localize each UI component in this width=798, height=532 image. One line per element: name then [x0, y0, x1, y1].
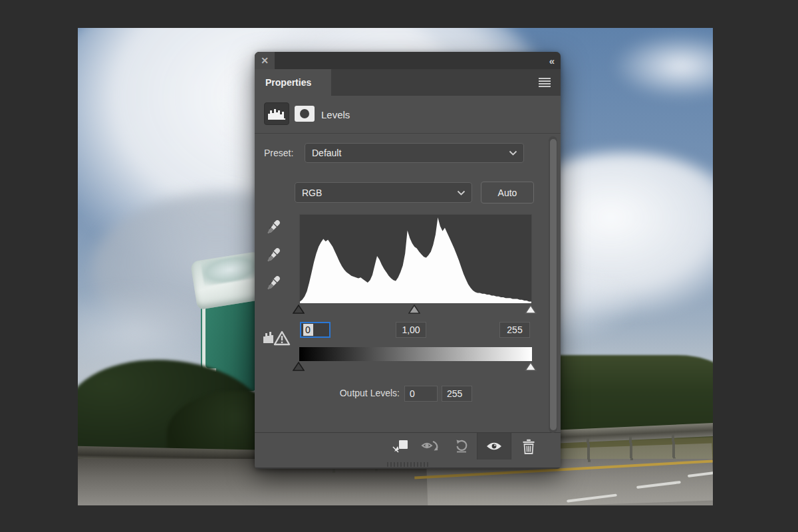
histogram-shape	[300, 217, 531, 303]
output-black-slider[interactable]	[293, 362, 305, 371]
channel-dropdown[interactable]: RGB	[295, 182, 472, 203]
output-white-field[interactable]: 255	[442, 386, 472, 402]
divider	[255, 133, 561, 134]
tab-properties[interactable]: Properties	[255, 69, 331, 96]
output-black-field[interactable]: 0	[404, 386, 438, 402]
input-shadows-slider[interactable]	[293, 305, 305, 314]
auto-button-label: Auto	[498, 188, 517, 198]
panel-resize-grip[interactable]	[387, 462, 428, 467]
adjustment-title: Levels	[321, 96, 350, 133]
input-midtones-slider[interactable]	[408, 305, 420, 314]
panel-titlebar: ✕ «	[255, 52, 561, 69]
cloud	[611, 33, 713, 100]
panel-tab-row: Properties	[255, 69, 561, 96]
white-point-eyedropper-button[interactable]	[265, 274, 282, 291]
levels-histogram-icon	[267, 108, 286, 121]
input-white-field[interactable]: 255	[499, 322, 530, 338]
clip-to-layer-button[interactable]	[385, 433, 416, 460]
output-white-value: 255	[447, 388, 462, 399]
layer-mask-thumbnail[interactable]	[295, 106, 315, 122]
chevron-down-icon	[457, 190, 466, 196]
refresh-histogram-button[interactable]	[263, 327, 291, 348]
eyedropper-icon	[265, 274, 282, 291]
histogram-refresh-warning-icon	[263, 327, 291, 346]
properties-panel: ✕ « Properties	[255, 52, 561, 469]
input-black-field[interactable]: 0	[300, 322, 331, 338]
black-point-eyedropper-button[interactable]	[265, 218, 282, 235]
visibility-eye-icon	[485, 441, 503, 452]
levels-adjustment-button[interactable]	[264, 102, 289, 125]
levels-histogram[interactable]	[299, 214, 532, 304]
reset-adjustment-button[interactable]	[446, 433, 477, 460]
panel-menu-button[interactable]	[538, 77, 551, 90]
input-highlights-slider[interactable]	[525, 305, 537, 314]
close-icon: ✕	[261, 55, 269, 66]
adjustment-header: Levels	[255, 96, 561, 133]
preset-dropdown[interactable]: Default	[305, 143, 524, 163]
toggle-visibility-button[interactable]	[477, 433, 511, 460]
collapse-panel-icon: «	[549, 55, 554, 66]
input-gamma-field[interactable]: 1,00	[396, 322, 426, 338]
tab-label: Properties	[265, 77, 311, 88]
chevron-down-icon	[509, 150, 517, 156]
histogram-chart	[300, 215, 531, 303]
output-black-value: 0	[410, 388, 415, 399]
panel-menu-icon	[538, 77, 551, 88]
view-previous-state-icon	[421, 440, 441, 453]
eyedropper-icon	[265, 246, 282, 263]
eyedropper-icon	[265, 218, 282, 235]
adjustment-title-text: Levels	[321, 109, 350, 120]
reset-icon	[454, 439, 469, 454]
layer-mask-icon	[300, 109, 309, 118]
output-levels-label: Output Levels:	[255, 388, 400, 398]
gamma-value: 1,00	[402, 325, 420, 335]
close-panel-button[interactable]: ✕	[255, 52, 275, 69]
auto-button[interactable]: Auto	[481, 182, 534, 203]
delete-trash-icon	[522, 439, 535, 454]
panel-footer-toolbar	[255, 432, 561, 460]
scrollbar-thumb[interactable]	[550, 139, 557, 430]
panel-edge	[255, 467, 561, 469]
preset-label: Preset:	[264, 148, 293, 158]
delete-adjustment-button[interactable]	[511, 433, 546, 460]
channel-value: RGB	[302, 188, 322, 198]
clip-to-layer-icon	[392, 439, 409, 454]
photoshop-workspace: ✕ « Properties	[0, 0, 798, 532]
panel-scrollbar[interactable]	[549, 136, 557, 433]
output-gradient-bar[interactable]	[299, 347, 532, 361]
cooler-handle	[202, 303, 216, 372]
view-previous-state-button[interactable]	[416, 433, 446, 460]
gray-point-eyedropper-button[interactable]	[265, 246, 282, 263]
preset-value: Default	[312, 148, 341, 158]
collapse-to-icons-button[interactable]: «	[549, 52, 554, 69]
output-white-slider[interactable]	[525, 362, 537, 371]
selected-text: 0	[303, 324, 313, 336]
white-value: 255	[507, 325, 522, 335]
